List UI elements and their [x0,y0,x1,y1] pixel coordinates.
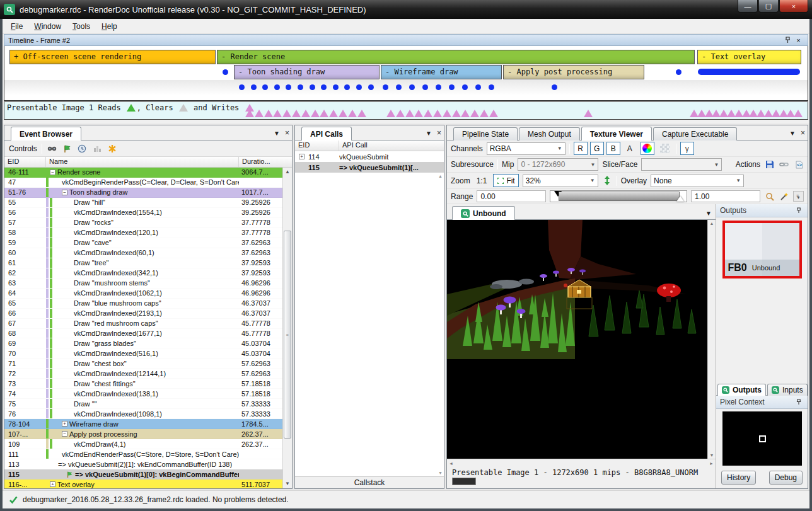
zoom-select[interactable]: 32%▼ [523,175,598,187]
timeline-bar[interactable]: - Apply post processing [503,65,644,79]
save-icon[interactable] [764,159,775,170]
event-row[interactable]: 57 Draw "rocks" 37.77778 [4,218,292,228]
draw-event-dot[interactable] [396,84,402,90]
event-row[interactable]: 69 Draw "grass blades" 45.03704 [4,338,292,348]
range-min-input[interactable]: 0.00 [477,190,546,202]
custom-filter-icon[interactable] [107,143,118,154]
scrollbar-thumb[interactable]: ≡ [284,231,291,439]
maximize-button[interactable]: ▢ [758,0,779,13]
event-row[interactable]: 59 Draw "cave" 37.62963 [4,238,292,248]
draw-event-dot[interactable] [475,84,481,90]
callstack-section[interactable]: Callstack [295,476,444,488]
timeline-bar[interactable]: - Toon shading draw [234,65,380,79]
event-row[interactable]: 60 vkCmdDrawIndexed(60,1) 37.62963 [4,248,292,258]
history-button[interactable]: History [721,471,756,485]
event-row[interactable]: 68 vkCmdDrawIndexed(1677,1) 45.77778 [4,329,292,339]
event-row[interactable]: 47 vkCmdBeginRenderPass(C=Clear, D=Clear… [4,178,292,188]
timeline-bar[interactable]: + Off-screen scene rendering [9,50,216,64]
pin-icon[interactable] [793,205,804,216]
event-row[interactable]: 107-... −Apply post processing 262.37... [4,429,292,439]
event-row[interactable]: 74 vkCmdDrawIndexed(138,1) 57.18518 [4,389,292,399]
scroll-up-icon[interactable]: ▲ [438,174,443,178]
draw-event-dot[interactable] [462,84,468,90]
zoom-1to1-button[interactable]: 1:1 [474,176,490,185]
draw-event-dot[interactable] [223,69,228,75]
event-row[interactable]: 76 vkCmdDrawIndexed(1098,1) 57.33333 [4,409,292,419]
draw-event-dot[interactable] [251,84,257,90]
close-button[interactable]: × [779,0,808,13]
time-icon[interactable] [77,143,88,154]
zoom-range-icon[interactable] [764,191,775,202]
tab-inputs[interactable]: Inputs [767,384,808,396]
channel-g-button[interactable]: G [590,142,604,155]
find-icon[interactable] [47,143,57,154]
draw-event-dot[interactable] [274,84,280,90]
event-row[interactable]: 115 => vkQueueSubmit(1)[0]: vkBeginComma… [4,469,292,479]
close-icon[interactable]: × [793,35,804,45]
draw-event-dot[interactable] [298,84,303,90]
texture-vertical-scrollbar[interactable]: ▲▼ [707,220,716,459]
panel-menu-icon[interactable]: ▼ [789,130,796,137]
timeline-bar[interactable]: - Wireframe draw [381,65,502,79]
pin-icon[interactable] [782,35,793,45]
flip-y-icon[interactable] [602,175,613,186]
expander-icon[interactable]: − [62,431,67,437]
channel-a-button[interactable]: A [623,142,637,155]
draw-event-dot[interactable] [383,84,388,90]
draw-event-dot[interactable] [409,84,415,90]
event-row[interactable]: 65 Draw "blue mushroom caps" 46.37037 [4,299,292,309]
panel-menu-icon[interactable]: ▼ [426,130,432,137]
event-row[interactable]: 72 vkCmdDrawIndexed(12144,1) 57.62963 [4,369,292,379]
texture-list-dropdown-icon[interactable]: ▼ [705,210,712,217]
gamma-button[interactable]: γ [680,142,694,155]
pin-icon[interactable] [793,397,804,408]
event-row[interactable]: 46-111 −Render scene 3064.7... [4,168,292,178]
channels-select[interactable]: RGBA▼ [487,142,566,155]
event-row[interactable]: 67 Draw "red mushroom caps" 45.77778 [4,319,292,329]
tab-texture-viewer[interactable]: Texture Viewer [581,127,652,141]
panel-close-icon[interactable]: × [285,129,289,137]
event-row[interactable]: 113 => vkQueueSubmit(2)[1]: vkEndCommand… [4,459,292,469]
debug-button[interactable]: Debug [769,471,803,485]
tab-pipeline-state[interactable]: Pipeline State [453,127,518,141]
panel-menu-icon[interactable]: ▼ [274,130,280,137]
event-row[interactable]: 61 Draw "tree" 37.92593 [4,258,292,268]
overlay-select[interactable]: None▼ [651,175,744,187]
overflow-icon[interactable]: ≡▼ [793,191,804,202]
api-call-row[interactable]: 115 => vkQueueSubmit(1)[... [295,162,444,173]
tab-api-calls[interactable]: API Calls [301,127,352,141]
expander-icon[interactable]: − [50,169,55,175]
scroll-up-icon[interactable]: ▲ [285,168,290,176]
autofit-wand-icon[interactable] [779,191,789,202]
panel-close-icon[interactable]: × [801,129,805,137]
range-max-input[interactable]: 1.00 [691,190,760,202]
scroll-down-icon[interactable]: ▼ [438,471,443,475]
link-icon[interactable] [779,159,789,170]
draw-event-dot[interactable] [356,84,362,90]
draw-event-dot[interactable] [489,84,494,90]
texture-horizontal-scrollbar[interactable]: ◄► [447,459,716,467]
event-row[interactable]: 116-... +Text overlay 511.7037 [4,479,292,488]
event-row[interactable]: 75 Draw "" 57.33333 [4,399,292,409]
pixel-context-canvas[interactable] [722,411,802,466]
expander-icon[interactable]: + [50,481,55,487]
menu-tools[interactable]: Tools [67,20,96,33]
channel-r-button[interactable]: R [574,142,588,155]
menu-help[interactable]: Help [96,20,123,33]
tab-mesh-output[interactable]: Mesh Output [519,127,580,141]
texture-canvas[interactable]: ▲▼ [447,220,716,459]
draw-event-dot[interactable] [436,84,441,90]
expander-icon[interactable]: − [62,190,67,195]
event-row[interactable]: 63 Draw "mushroom stems" 46.96296 [4,278,292,289]
menu-window[interactable]: Window [28,20,67,33]
event-row[interactable]: 62 vkCmdDrawIndexed(342,1) 37.92593 [4,268,292,278]
event-row[interactable]: 111 vkCmdEndRenderPass(C=Store, D=Store,… [4,449,292,459]
scroll-down-icon[interactable]: ▼ [285,479,290,488]
sliceface-select[interactable]: ▼ [641,158,722,171]
draw-event-dot[interactable] [239,84,245,90]
menu-file[interactable]: File [5,20,28,33]
event-row[interactable]: 64 vkCmdDrawIndexed(1062,1) 46.96296 [4,289,292,299]
event-row[interactable]: 78-104 +Wireframe draw 1784.5... [4,419,292,429]
event-row[interactable]: 51-76 −Toon shading draw 1017.7... [4,188,292,198]
tab-unbound-texture[interactable]: Unbound [452,206,515,220]
